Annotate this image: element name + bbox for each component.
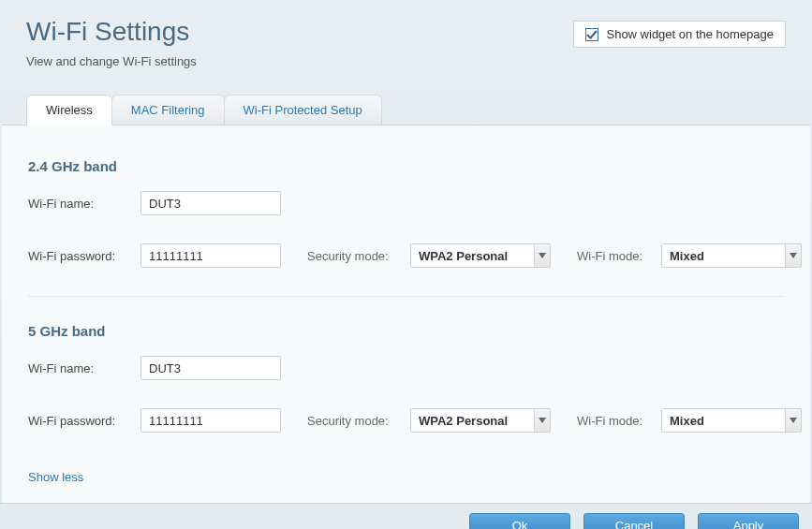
band24-security-value[interactable] — [410, 243, 551, 268]
band5-security-label: Security mode: — [307, 414, 410, 428]
band5-name-label: Wi-Fi name: — [28, 361, 140, 375]
band5-security-select[interactable] — [410, 408, 551, 433]
band5-mode-select[interactable] — [661, 408, 802, 433]
band24-name-label: Wi-Fi name: — [28, 197, 140, 211]
band24-mode-value[interactable] — [661, 243, 802, 268]
page-subtitle: View and change Wi-Fi settings — [26, 54, 197, 68]
band24-mode-label: Wi-Fi mode: — [577, 249, 661, 263]
check-icon — [586, 29, 598, 40]
show-widget-label: Show widget on the homepage — [606, 27, 774, 41]
band24-mode-select[interactable] — [661, 243, 802, 268]
footer: Ok Cancel Apply — [0, 503, 812, 529]
show-less-link[interactable]: Show less — [28, 470, 83, 484]
band24-password-input[interactable] — [140, 243, 281, 268]
divider — [28, 296, 784, 297]
band24-password-row: Wi-Fi password: Security mode: Wi-Fi mod… — [28, 243, 784, 268]
band24-name-input[interactable] — [140, 191, 281, 215]
header: Wi-Fi Settings View and change Wi-Fi set… — [0, 0, 812, 78]
wifi-settings-page: Wi-Fi Settings View and change Wi-Fi set… — [0, 0, 812, 529]
band5-name-input[interactable] — [140, 356, 281, 380]
show-widget-checkbox[interactable] — [585, 28, 598, 41]
band5-security-value[interactable] — [410, 408, 551, 433]
band24-security-label: Security mode: — [307, 249, 410, 263]
band24-name-row: Wi-Fi name: — [28, 191, 784, 215]
band24-password-label: Wi-Fi password: — [28, 249, 140, 263]
band5-password-label: Wi-Fi password: — [28, 414, 140, 428]
cancel-button[interactable]: Cancel — [583, 513, 685, 529]
tab-wireless[interactable]: Wireless — [26, 95, 112, 125]
title-block: Wi-Fi Settings View and change Wi-Fi set… — [26, 17, 197, 68]
band5-mode-label: Wi-Fi mode: — [577, 414, 661, 428]
tab-wps[interactable]: Wi-Fi Protected Setup — [224, 95, 382, 125]
apply-button[interactable]: Apply — [698, 513, 799, 529]
band5-password-row: Wi-Fi password: Security mode: Wi-Fi mod… — [28, 408, 784, 433]
band24-security-select[interactable] — [410, 243, 551, 268]
tabs: Wireless MAC Filtering Wi-Fi Protected S… — [26, 95, 786, 125]
band24-title: 2.4 GHz band — [28, 158, 784, 174]
ok-button[interactable]: Ok — [469, 513, 570, 529]
band5-password-input[interactable] — [140, 408, 281, 433]
band5-title: 5 GHz band — [28, 323, 784, 339]
settings-panel: 2.4 GHz band Wi-Fi name: Wi-Fi password:… — [2, 125, 810, 503]
show-widget-toggle[interactable]: Show widget on the homepage — [573, 21, 786, 48]
page-title: Wi-Fi Settings — [26, 17, 197, 47]
tab-mac-filtering[interactable]: MAC Filtering — [111, 95, 225, 125]
band5-mode-value[interactable] — [661, 408, 802, 433]
band5-name-row: Wi-Fi name: — [28, 356, 784, 380]
